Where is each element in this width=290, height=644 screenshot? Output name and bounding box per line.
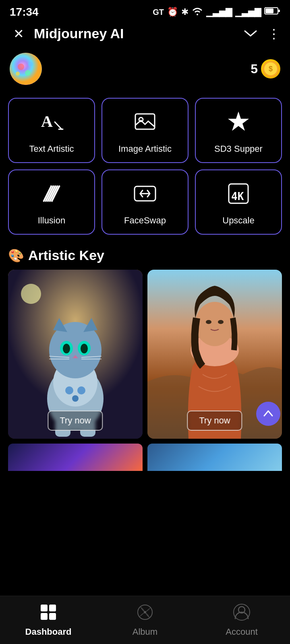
sd3-supper-label: SD3 Supper — [214, 144, 263, 154]
coin-icon[interactable]: $ — [261, 59, 280, 78]
feature-card-text-artistic[interactable]: A Text Artistic — [8, 98, 95, 163]
gallery-item-cat-robot[interactable]: Try now — [8, 270, 143, 439]
album-icon — [136, 603, 154, 623]
gallery-section: Try now — [0, 270, 290, 439]
top-nav: ✕ Midjourney AI ⋮ — [0, 23, 290, 48]
wifi-icon — [192, 6, 203, 18]
section-emoji: 🎨 — [8, 248, 24, 263]
svg-point-42 — [72, 395, 79, 402]
svg-point-41 — [77, 386, 85, 394]
svg-point-45 — [21, 284, 41, 304]
image-artistic-label: Image Artistic — [118, 144, 172, 154]
text-artistic-label: Text Artistic — [29, 144, 74, 154]
section-title: Artistic Key — [28, 248, 104, 263]
svg-point-49 — [195, 302, 234, 346]
avatar[interactable] — [10, 53, 42, 85]
svg-point-4 — [18, 64, 24, 70]
upscale-icon: 4K — [226, 182, 251, 209]
preview-item-2[interactable] — [147, 444, 282, 471]
try-now-woman[interactable]: Try now — [187, 411, 242, 431]
svg-point-5 — [28, 62, 33, 66]
account-icon — [233, 603, 251, 623]
svg-text:$: $ — [269, 65, 273, 73]
feature-card-illusion[interactable]: Illusion — [8, 169, 95, 235]
signal2-icon: ▁▃▅▇ — [235, 7, 261, 17]
alarm-icon: ⏰ — [167, 7, 178, 17]
signal-icon: ▁▃▅▇ — [206, 7, 232, 17]
svg-point-50 — [206, 320, 211, 324]
svg-rect-52 — [41, 605, 48, 611]
svg-point-6 — [25, 70, 31, 76]
nav-item-dashboard[interactable]: Dashboard — [0, 600, 97, 640]
faceswap-label: FaceSwap — [124, 215, 166, 226]
try-now-cat-robot[interactable]: Try now — [48, 411, 103, 431]
status-icons: GT ⏰ ✱ ▁▃▅▇ ▁▃▅▇ — [153, 6, 280, 18]
svg-point-3 — [10, 53, 42, 85]
dashboard-label: Dashboard — [25, 627, 72, 637]
upscale-label: Upscale — [222, 215, 254, 226]
brand-icon: GT — [153, 8, 164, 17]
album-label: Album — [133, 627, 157, 637]
svg-point-33 — [63, 344, 70, 353]
coin-count: 5 — [251, 62, 258, 76]
feature-card-sd3-supper[interactable]: SD3 Supper — [195, 98, 282, 163]
text-artistic-icon: A — [39, 110, 64, 137]
svg-rect-55 — [49, 613, 56, 620]
account-label: Account — [226, 627, 258, 637]
battery-icon — [264, 7, 280, 17]
close-button[interactable]: ✕ — [10, 26, 27, 41]
coin-area: 5 $ — [251, 59, 280, 78]
preview-item-1[interactable] — [8, 444, 143, 471]
status-bar: 17:34 GT ⏰ ✱ ▁▃▅▇ ▁▃▅▇ — [0, 0, 290, 23]
image-gallery: Try now — [0, 270, 290, 439]
feature-card-faceswap[interactable]: FaceSwap — [102, 169, 188, 235]
svg-rect-14 — [135, 114, 155, 129]
faceswap-icon — [133, 182, 157, 209]
svg-rect-2 — [278, 10, 280, 12]
more-menu-button[interactable]: ⋮ — [267, 26, 280, 41]
image-artistic-icon — [133, 110, 157, 137]
bottom-nav: Dashboard Album Account — [0, 596, 290, 644]
svg-point-7 — [16, 72, 20, 76]
dropdown-button[interactable] — [243, 27, 258, 40]
dashboard-icon — [39, 603, 57, 623]
feature-card-upscale[interactable]: 4K Upscale — [195, 169, 282, 235]
feature-card-image-artistic[interactable]: Image Artistic — [102, 98, 188, 163]
svg-text:A: A — [41, 112, 53, 130]
app-title: Midjourney AI — [34, 26, 237, 41]
illusion-icon — [39, 182, 64, 209]
illusion-label: Illusion — [38, 215, 65, 226]
svg-rect-53 — [49, 605, 56, 611]
status-time: 17:34 — [10, 6, 39, 19]
svg-point-34 — [81, 344, 88, 353]
bluetooth-icon: ✱ — [181, 7, 188, 17]
svg-rect-54 — [41, 613, 48, 620]
svg-rect-1 — [265, 8, 273, 13]
section-header: 🎨 Artistic Key — [0, 238, 290, 270]
svg-point-40 — [65, 386, 73, 394]
svg-line-12 — [55, 122, 62, 129]
svg-text:4K: 4K — [231, 190, 244, 202]
preview-row — [0, 439, 290, 471]
profile-area: 5 $ — [0, 48, 290, 95]
nav-item-account[interactable]: Account — [193, 600, 290, 640]
nav-item-album[interactable]: Album — [97, 600, 193, 640]
scroll-up-button[interactable] — [256, 402, 280, 426]
sd3-supper-icon — [226, 110, 251, 137]
feature-grid: A Text Artistic Image Artistic SD3 Suppe… — [0, 95, 290, 238]
svg-marker-16 — [228, 111, 249, 131]
svg-point-51 — [218, 320, 224, 324]
